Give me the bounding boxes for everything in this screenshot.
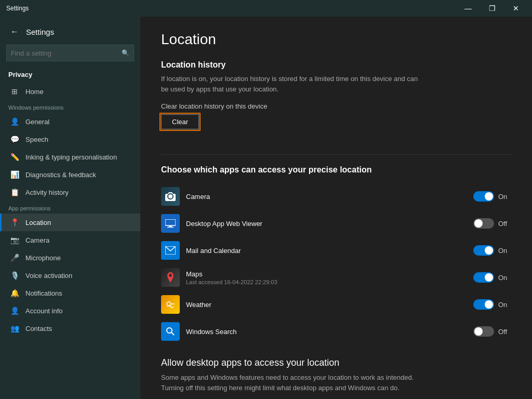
location-icon: 📍 (10, 218, 19, 227)
app-title-label: Settings (6, 5, 29, 12)
maps-toggle-label: On (498, 274, 511, 282)
weather-app-icon (161, 295, 180, 314)
weather-toggle[interactable] (473, 299, 494, 310)
winsearch-toggle-label: Off (498, 328, 511, 336)
general-icon: 👤 (10, 117, 19, 126)
sidebar-item-activity-label: Activity history (25, 189, 69, 196)
allow-desc: Some apps and Windows features need to a… (161, 373, 421, 393)
app-body: ← Settings 🔍 Privacy ⊞ Home Windows perm… (0, 17, 532, 399)
page-title: Location (161, 31, 511, 48)
mail-toggle-area: On (473, 245, 511, 256)
desktop-toggle[interactable] (473, 218, 494, 229)
home-icon: ⊞ (10, 87, 19, 96)
contacts-icon: 👥 (10, 324, 19, 333)
sidebar-item-diagnostics[interactable]: 📊 Diagnostics & feedback (0, 166, 140, 183)
weather-toggle-label: On (498, 301, 511, 309)
mail-toggle-label: On (498, 247, 511, 255)
clear-button[interactable]: Clear (161, 114, 199, 129)
sidebar-item-home[interactable]: ⊞ Home (0, 83, 140, 100)
allow-section: Allow desktop apps to access your locati… (161, 357, 511, 399)
sidebar-item-microphone[interactable]: 🎤 Microphone (0, 249, 140, 267)
mail-app-info: Mail and Calendar (186, 247, 467, 255)
desktop-toggle-area: Off (473, 218, 511, 229)
svg-point-6 (167, 328, 172, 333)
sidebar-item-contacts[interactable]: 👥 Contacts (0, 320, 140, 337)
voice-icon: 🎙️ (10, 271, 19, 280)
app-permissions-label: App permissions (0, 201, 140, 214)
camera-app-info: Camera (186, 193, 467, 201)
winsearch-app-info: Windows Search (186, 328, 467, 336)
sidebar-item-contacts-label: Contacts (25, 325, 52, 332)
sidebar-item-general-label: General (25, 118, 49, 126)
winsearch-app-icon (161, 322, 180, 341)
search-box: 🔍 (6, 45, 134, 61)
apps-section-title: Choose which apps can access your precis… (161, 165, 511, 175)
sidebar-item-notifications-label: Notifications (25, 289, 62, 297)
search-input[interactable] (11, 49, 122, 57)
maps-app-name: Maps (186, 270, 467, 278)
title-bar: Settings — ❐ ✕ (0, 0, 532, 17)
sidebar-item-microphone-label: Microphone (25, 254, 61, 262)
svg-line-7 (171, 332, 174, 335)
weather-toggle-knob (485, 300, 493, 309)
svg-rect-3 (167, 227, 174, 228)
maps-toggle-knob (485, 273, 493, 282)
app-item-camera: Camera On (161, 183, 511, 210)
location-history-desc: If location is on, your location history… (161, 74, 421, 94)
close-button[interactable]: ✕ (504, 0, 528, 17)
svg-rect-1 (165, 219, 176, 225)
divider-1 (161, 154, 511, 155)
winsearch-toggle-area: Off (473, 326, 511, 337)
back-button[interactable]: ← (8, 25, 21, 38)
desktop-app-icon (161, 214, 180, 233)
sidebar-item-camera[interactable]: 📷 Camera (0, 231, 140, 249)
maps-app-icon (161, 268, 180, 287)
maximize-button[interactable]: ❐ (480, 0, 504, 17)
microphone-icon: 🎤 (10, 253, 19, 262)
sidebar-item-speech-label: Speech (25, 136, 48, 143)
minimize-button[interactable]: — (456, 0, 480, 17)
sidebar-item-general[interactable]: 👤 General (0, 113, 140, 130)
account-icon: 👤 (10, 306, 19, 315)
mail-app-icon (161, 241, 180, 260)
winsearch-toggle[interactable] (473, 326, 494, 337)
sidebar-item-location[interactable]: 📍 Location (0, 214, 140, 231)
desktop-app-info: Desktop App Web Viewer (186, 220, 467, 228)
sidebar-item-voice[interactable]: 🎙️ Voice activation (0, 267, 140, 284)
mail-toggle-knob (485, 246, 493, 255)
maps-toggle-area: On (473, 272, 511, 283)
speech-icon: 💬 (10, 135, 19, 144)
sidebar-item-activity[interactable]: 📋 Activity history (0, 183, 140, 201)
camera-toggle-label: On (498, 193, 511, 201)
mail-toggle[interactable] (473, 245, 494, 256)
maps-app-sub: Last accessed 16-04-2022 22:29:03 (186, 279, 467, 285)
sidebar: ← Settings 🔍 Privacy ⊞ Home Windows perm… (0, 17, 140, 399)
notifications-icon: 🔔 (10, 288, 19, 298)
sidebar-item-account-label: Account info (25, 307, 63, 315)
sidebar-item-inking[interactable]: ✏️ Inking & typing personalisation (0, 148, 140, 166)
privacy-label: Privacy (0, 68, 140, 83)
app-item-mail: Mail and Calendar On (161, 237, 511, 264)
app-item-desktop: Desktop App Web Viewer Off (161, 210, 511, 237)
sidebar-item-notifications[interactable]: 🔔 Notifications (0, 284, 140, 302)
desktop-toggle-knob (474, 219, 483, 228)
sidebar-item-account-info[interactable]: 👤 Account info (0, 302, 140, 320)
maps-toggle[interactable] (473, 272, 494, 283)
desktop-app-name: Desktop App Web Viewer (186, 220, 467, 228)
app-item-winsearch: Windows Search Off (161, 318, 511, 345)
camera-toggle[interactable] (473, 191, 494, 202)
clear-label: Clear location history on this device (161, 102, 511, 110)
weather-app-info: Weather (186, 301, 467, 309)
weather-toggle-area: On (473, 299, 511, 310)
maps-app-info: Maps Last accessed 16-04-2022 22:29:03 (186, 270, 467, 285)
inking-icon: ✏️ (10, 152, 19, 162)
winsearch-app-name: Windows Search (186, 328, 467, 336)
desktop-toggle-label: Off (498, 220, 511, 228)
sidebar-item-speech[interactable]: 💬 Speech (0, 130, 140, 148)
sidebar-item-home-label: Home (25, 88, 44, 96)
location-history-title: Location history (161, 60, 511, 70)
camera-app-name: Camera (186, 193, 467, 201)
search-icon[interactable]: 🔍 (122, 49, 129, 57)
activity-icon: 📋 (10, 188, 19, 197)
camera-toggle-knob (485, 192, 493, 201)
